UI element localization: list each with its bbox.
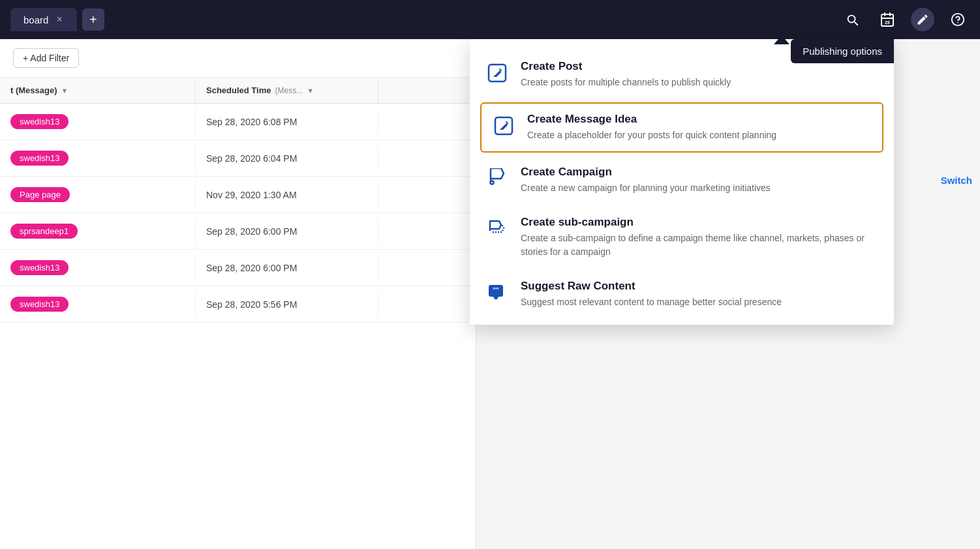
col-scheduled-header: Scheduled Time (Mess... ▼ — [196, 78, 378, 103]
topbar-right: 28 — [840, 8, 970, 31]
help-button[interactable] — [946, 8, 970, 31]
svg-text:"": "" — [493, 287, 499, 294]
calendar-icon: 28 — [880, 12, 895, 27]
menu-item-create-message-idea[interactable]: Create Message Idea Create a placeholder… — [480, 102, 883, 153]
tooltip-arrow — [774, 35, 789, 44]
table-row[interactable]: swedish13Sep 28, 2020 6:08 PM — [0, 104, 476, 140]
menu-item-create-sub-campaign[interactable]: Create sub-campaign Create a sub-campaig… — [470, 205, 894, 269]
dropdown-panel: Publishing options Create Post Create po… — [470, 39, 894, 325]
menu-item-text-suggest-raw-content: Suggest Raw Content Suggest most relevan… — [521, 280, 782, 309]
publishing-tooltip: Publishing options — [791, 39, 894, 63]
table-body: swedish13Sep 28, 2020 6:08 PMswedish13Se… — [0, 104, 476, 323]
switch-button[interactable]: Switch — [933, 170, 980, 191]
menu-item-desc-create-message-idea: Create a placeholder for your posts for … — [527, 128, 776, 142]
svg-text:28: 28 — [885, 20, 890, 25]
menu-item-desc-create-post: Create posts for multiple channels to pu… — [521, 76, 731, 89]
active-tab[interactable]: board × — [10, 8, 77, 31]
topbar-left: board × + — [10, 8, 104, 31]
filter-bar: + Add Filter — [0, 39, 476, 78]
menu-item-text-create-message-idea: Create Message Idea Create a placeholder… — [527, 113, 776, 142]
suggest-icon: "" — [485, 281, 509, 304]
svg-point-6 — [491, 181, 494, 185]
sort-arrow-account: ▼ — [61, 87, 69, 95]
table-row[interactable]: swedish13Sep 28, 2020 5:56 PM — [0, 286, 476, 323]
table-row[interactable]: swedish13Sep 28, 2020 6:04 PM — [0, 140, 476, 177]
tab-close-button[interactable]: × — [55, 13, 63, 26]
scheduled-cell: Sep 28, 2020 6:00 PM — [196, 220, 378, 243]
table-header: t (Message) ▼ Scheduled Time (Mess... ▼ — [0, 78, 476, 104]
table-row[interactable]: sprsandeep1Sep 28, 2020 6:00 PM — [0, 213, 476, 250]
menu-item-suggest-raw-content[interactable]: "" Suggest Raw Content Suggest most rele… — [470, 269, 894, 319]
scheduled-cell: Nov 29, 2020 1:30 AM — [196, 183, 378, 207]
menu-item-title-create-campaign: Create Campaign — [521, 166, 771, 179]
menu-item-text-create-post: Create Post Create posts for multiple ch… — [521, 60, 731, 89]
topbar: board × + 28 — [0, 0, 980, 39]
account-cell: Page page — [0, 181, 196, 209]
col-account-label: t (Message) — [10, 85, 57, 95]
account-badge: Page page — [10, 187, 70, 202]
account-badge: swedish13 — [10, 151, 69, 166]
account-cell: swedish13 — [0, 254, 196, 282]
search-icon — [845, 12, 859, 27]
campaign-icon — [485, 167, 509, 190]
account-cell: swedish13 — [0, 144, 196, 172]
account-badge: swedish13 — [10, 260, 69, 275]
menu-item-create-campaign[interactable]: Create Campaign Create a new campaign fo… — [470, 155, 894, 205]
scheduled-cell: Sep 28, 2020 6:04 PM — [196, 147, 378, 170]
menu-item-desc-suggest-raw-content: Suggest most relevant content to manage … — [521, 295, 782, 309]
menu-item-title-create-sub-campaign: Create sub-campaign — [521, 216, 878, 229]
search-button[interactable] — [840, 8, 864, 31]
menu-item-title-suggest-raw-content: Suggest Raw Content — [521, 280, 782, 293]
col-account-header: t (Message) ▼ — [0, 78, 196, 103]
menu-item-text-create-campaign: Create Campaign Create a new campaign fo… — [521, 166, 771, 195]
edit-box-icon — [492, 114, 515, 138]
col-scheduled-label: Scheduled Time — [206, 85, 271, 95]
add-filter-button[interactable]: + Add Filter — [13, 48, 79, 68]
account-cell: swedish13 — [0, 108, 196, 136]
account-cell: sprsandeep1 — [0, 217, 196, 245]
menu-item-text-create-sub-campaign: Create sub-campaign Create a sub-campaig… — [521, 216, 878, 259]
help-icon — [951, 12, 965, 27]
account-badge: sprsandeep1 — [10, 224, 78, 239]
pencil-icon — [916, 13, 929, 26]
edit-button[interactable] — [911, 8, 934, 31]
main-area: + Add Filter t (Message) ▼ Scheduled Tim… — [0, 39, 980, 549]
menu-item-title-create-post: Create Post — [521, 60, 731, 73]
account-badge: swedish13 — [10, 297, 69, 312]
tab-label: board — [23, 14, 48, 25]
svg-point-3 — [957, 22, 958, 23]
left-panel: + Add Filter t (Message) ▼ Scheduled Tim… — [0, 39, 476, 549]
table-row[interactable]: swedish13Sep 28, 2020 6:00 PM — [0, 250, 476, 286]
sub-campaign-icon — [485, 217, 509, 241]
sort-arrow-scheduled: ▼ — [307, 87, 314, 95]
add-tab-button[interactable]: + — [82, 8, 104, 31]
scheduled-cell: Sep 28, 2020 6:08 PM — [196, 110, 378, 134]
col-scheduled-sub: (Mess... — [275, 86, 303, 95]
account-cell: swedish13 — [0, 290, 196, 318]
edit-box-icon — [485, 61, 509, 85]
calendar-button[interactable]: 28 — [876, 8, 899, 31]
scheduled-cell: Sep 28, 2020 6:00 PM — [196, 256, 378, 280]
menu-items-container: Create Post Create posts for multiple ch… — [470, 50, 894, 319]
menu-item-desc-create-campaign: Create a new campaign for planning your … — [521, 181, 771, 195]
scheduled-cell: Sep 28, 2020 5:56 PM — [196, 293, 378, 316]
account-badge: swedish13 — [10, 114, 69, 129]
add-filter-label: + Add Filter — [23, 53, 69, 63]
menu-item-title-create-message-idea: Create Message Idea — [527, 113, 776, 126]
menu-item-desc-create-sub-campaign: Create a sub-campaign to define a campai… — [521, 231, 878, 259]
table-row[interactable]: Page pageNov 29, 2020 1:30 AM — [0, 177, 476, 213]
